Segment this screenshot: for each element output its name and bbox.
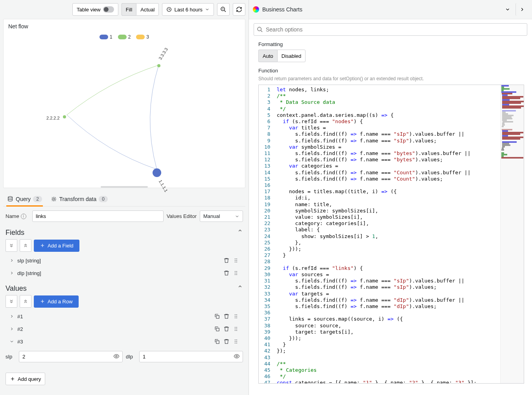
svg-point-18 bbox=[236, 314, 237, 315]
search-wrap bbox=[249, 19, 532, 40]
bottom-panel: Query 2 Transform data 0 Name i Values E… bbox=[3, 188, 245, 395]
tab-query[interactable]: Query 2 bbox=[6, 193, 43, 206]
fill-button[interactable]: Fill bbox=[121, 3, 136, 16]
legend-label: 3 bbox=[146, 34, 149, 40]
search-options-input[interactable] bbox=[254, 23, 527, 36]
svg-point-6 bbox=[235, 260, 236, 261]
add-query-button[interactable]: Add query bbox=[6, 373, 45, 385]
query-name-input[interactable] bbox=[32, 210, 164, 222]
trash-icon[interactable] bbox=[223, 270, 230, 276]
resize-handle[interactable] bbox=[101, 186, 148, 188]
legend-item[interactable]: 3 bbox=[136, 34, 149, 40]
panel-preview: Net flow 123 2.2.2.23.3.3.31.1.1.1 bbox=[3, 19, 245, 188]
graph-node[interactable] bbox=[153, 168, 161, 177]
chart-area[interactable]: 2.2.2.23.3.3.31.1.1.1 bbox=[4, 42, 245, 188]
field-label: dIp [string] bbox=[17, 270, 41, 276]
function-desc: Should return parameters and data for se… bbox=[258, 76, 523, 81]
collapse-options-button[interactable] bbox=[515, 3, 528, 16]
sip-input[interactable] bbox=[19, 351, 123, 362]
trash-icon[interactable] bbox=[223, 338, 230, 345]
code-minimap[interactable] bbox=[500, 85, 524, 383]
plugin-logo-icon bbox=[253, 6, 259, 13]
values-editor-select[interactable]: Manual bbox=[200, 210, 243, 222]
chevron-right-icon bbox=[9, 314, 14, 319]
tab-transform[interactable]: Transform data 0 bbox=[50, 193, 109, 206]
panel-title: Net flow bbox=[4, 19, 245, 33]
legend-item[interactable]: 1 bbox=[99, 34, 112, 40]
search-icon bbox=[257, 26, 263, 33]
time-range-picker[interactable]: Last 6 hours bbox=[162, 3, 214, 16]
clock-icon bbox=[166, 7, 172, 12]
function-label: Function bbox=[258, 68, 523, 74]
expand-all-button[interactable] bbox=[20, 239, 31, 252]
svg-point-2 bbox=[8, 196, 13, 198]
sip-label: sIp bbox=[6, 354, 16, 360]
plus-icon bbox=[40, 299, 45, 304]
expand-all-rows-button[interactable] bbox=[20, 295, 31, 308]
collapse-all-button[interactable] bbox=[6, 239, 17, 252]
formatting-auto-button[interactable]: Auto bbox=[258, 50, 277, 62]
zoom-out-icon bbox=[220, 6, 226, 13]
field-row[interactable]: sIp [string] bbox=[6, 255, 243, 266]
trash-icon[interactable] bbox=[223, 326, 230, 332]
zoom-out-button[interactable] bbox=[217, 3, 230, 16]
trash-icon[interactable] bbox=[223, 313, 230, 319]
grip-icon[interactable] bbox=[233, 326, 239, 332]
graph-node[interactable] bbox=[157, 64, 160, 67]
chevron-down-icon bbox=[505, 7, 510, 12]
formatting-option: Formatting Auto Disabled bbox=[249, 40, 532, 66]
legend-item[interactable]: 2 bbox=[118, 34, 131, 40]
legend-swatch bbox=[118, 35, 127, 39]
values-section-header[interactable]: Values ⌃ bbox=[3, 280, 245, 295]
svg-point-37 bbox=[116, 355, 117, 357]
fields-section-header[interactable]: Fields ⌃ bbox=[3, 224, 245, 239]
eye-icon[interactable] bbox=[113, 353, 120, 359]
svg-point-15 bbox=[236, 274, 237, 275]
svg-point-33 bbox=[235, 341, 236, 342]
svg-rect-30 bbox=[216, 341, 219, 343]
viz-picker-chevron[interactable] bbox=[501, 3, 514, 16]
refresh-button[interactable] bbox=[233, 3, 245, 16]
value-row[interactable]: #2 bbox=[6, 323, 243, 334]
actual-button[interactable]: Actual bbox=[136, 3, 159, 16]
code-editor[interactable]: 1234567891011121314151617181920212223242… bbox=[258, 85, 524, 384]
chevron-down-icon bbox=[235, 214, 239, 219]
add-row-button[interactable]: Add a Row bbox=[34, 295, 79, 308]
svg-point-9 bbox=[236, 262, 237, 262]
field-row[interactable]: dIp [string] bbox=[6, 268, 243, 279]
grip-icon[interactable] bbox=[233, 313, 239, 319]
formatting-disabled-button[interactable]: Disabled bbox=[277, 50, 306, 62]
graph-node[interactable] bbox=[63, 115, 66, 118]
query-name-row: Name i Values Editor Manual bbox=[3, 207, 245, 224]
svg-point-17 bbox=[235, 314, 236, 315]
visualization-picker[interactable]: Business Charts bbox=[253, 6, 302, 13]
dip-input[interactable] bbox=[139, 351, 243, 362]
trash-icon[interactable] bbox=[223, 257, 230, 264]
svg-point-35 bbox=[235, 343, 236, 343]
panel-toolbar: Table view Fill Actual Last 6 hours bbox=[3, 0, 245, 19]
tab-query-label: Query bbox=[16, 196, 31, 202]
eye-icon[interactable] bbox=[234, 353, 240, 359]
value-row[interactable]: #3 bbox=[6, 336, 243, 347]
svg-point-22 bbox=[236, 317, 237, 318]
code-content[interactable]: let nodes, links;/** * Data Source data … bbox=[274, 85, 500, 383]
table-view-toggle[interactable]: Table view bbox=[72, 3, 118, 16]
copy-icon[interactable] bbox=[214, 326, 220, 332]
double-chevron-down-icon bbox=[9, 299, 14, 304]
grip-icon[interactable] bbox=[233, 270, 239, 276]
svg-point-32 bbox=[236, 340, 237, 340]
graph-edges bbox=[4, 42, 245, 188]
row-label: #3 bbox=[17, 339, 23, 345]
collapse-all-rows-button[interactable] bbox=[6, 295, 17, 308]
editor-tabs: Query 2 Transform data 0 bbox=[3, 193, 245, 207]
grip-icon[interactable] bbox=[233, 338, 239, 345]
svg-point-7 bbox=[236, 260, 237, 261]
copy-icon[interactable] bbox=[214, 338, 220, 345]
copy-icon[interactable] bbox=[214, 313, 220, 319]
svg-point-31 bbox=[235, 340, 236, 340]
row-label: #1 bbox=[17, 314, 23, 319]
value-row[interactable]: #1 bbox=[6, 311, 243, 322]
add-field-button[interactable]: Add a Field bbox=[34, 240, 79, 252]
grip-icon[interactable] bbox=[233, 257, 239, 264]
info-icon[interactable]: i bbox=[21, 214, 26, 219]
